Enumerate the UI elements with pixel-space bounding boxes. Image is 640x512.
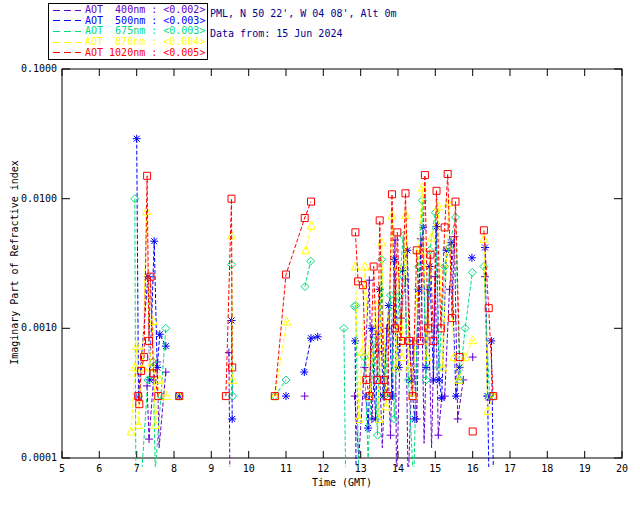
legend-item-1020nm: AOT 1020nm : <0.005> <box>49 48 207 58</box>
x-tick-label: 8 <box>171 463 177 474</box>
legend-dash-675nm <box>53 29 81 34</box>
asterisk-marker-500nm <box>162 342 170 350</box>
asterisk-marker-500nm <box>150 237 158 245</box>
asterisk-marker-500nm <box>452 392 460 400</box>
aot-refractive-index-chart: 5678910111213141516171819200.10000.01000… <box>0 0 640 512</box>
x-axis-title: Time (GMT) <box>242 477 442 488</box>
y-tick-label: 0.1000 <box>21 63 57 74</box>
legend-item-400nm: AOT 400nm : <0.002> <box>49 5 207 15</box>
asterisk-marker-500nm <box>385 302 393 310</box>
legend-dash-500nm <box>53 18 81 23</box>
series-line-675nm <box>344 328 346 487</box>
x-tick-label: 12 <box>317 463 329 474</box>
legend-item-500nm: AOT 500nm : <0.003> <box>49 16 207 26</box>
asterisk-marker-500nm <box>228 415 236 423</box>
legend-label-1020nm: AOT 1020nm : <0.005> <box>85 48 205 58</box>
asterisk-marker-500nm <box>133 135 141 143</box>
y-axis-title: Imaginary Part of Refractive index <box>9 153 20 373</box>
x-tick-label: 5 <box>59 463 65 474</box>
legend-label-400nm: AOT 400nm : <0.002> <box>85 5 205 15</box>
x-tick-label: 18 <box>541 463 553 474</box>
plus-marker-400nm <box>145 435 153 443</box>
legend-dash-1020nm <box>53 50 81 55</box>
asterisk-marker-500nm <box>300 368 308 376</box>
legend-dash-870nm <box>53 40 81 45</box>
plus-marker-400nm <box>469 353 477 361</box>
x-tick-label: 16 <box>467 463 479 474</box>
legend-dash-400nm <box>53 8 81 13</box>
asterisk-marker-500nm <box>438 394 446 402</box>
plus-marker-400nm <box>387 431 395 439</box>
asterisk-marker-500nm <box>314 333 322 341</box>
series-400nm <box>143 233 493 487</box>
plus-marker-400nm <box>454 415 462 423</box>
legend-item-675nm: AOT 675nm : <0.003> <box>49 26 207 36</box>
legend-label-870nm: AOT 870nm : <0.004> <box>85 37 205 47</box>
x-tick-label: 15 <box>429 463 441 474</box>
y-tick-label: 0.0100 <box>21 193 57 204</box>
square-marker-1020nm <box>469 428 476 435</box>
asterisk-marker-500nm <box>468 254 476 262</box>
triangle-marker-870nm <box>469 336 477 344</box>
y-tick-label: 0.0010 <box>21 322 57 333</box>
asterisk-marker-500nm <box>156 330 164 338</box>
x-tick-label: 10 <box>243 463 255 474</box>
y-tick-label: 0.0001 <box>21 452 57 463</box>
chart-svg: 5678910111213141516171819200.10000.01000… <box>0 0 640 512</box>
legend-item-870nm: AOT 870nm : <0.004> <box>49 37 207 47</box>
legend-label-500nm: AOT 500nm : <0.003> <box>85 16 205 26</box>
axes-frame <box>62 69 622 458</box>
series-line-1020nm <box>275 202 311 397</box>
asterisk-marker-500nm <box>435 376 443 384</box>
x-tick-label: 9 <box>208 463 214 474</box>
asterisk-marker-500nm <box>351 337 359 345</box>
x-tick-label: 14 <box>392 463 404 474</box>
plus-marker-400nm <box>301 392 309 400</box>
x-tick-label: 20 <box>616 463 628 474</box>
asterisk-marker-500nm <box>487 337 495 345</box>
legend: AOT 400nm : <0.002>AOT 500nm : <0.003>AO… <box>48 3 208 60</box>
asterisk-marker-500nm <box>282 392 290 400</box>
tick-labels: 5678910111213141516171819200.10000.01000… <box>21 63 628 474</box>
plus-marker-400nm <box>434 431 442 439</box>
triangle-marker-870nm <box>307 221 315 229</box>
x-tick-label: 17 <box>504 463 516 474</box>
data-date-text: Data from: 15 Jun 2024 <box>210 28 342 39</box>
x-tick-label: 6 <box>96 463 102 474</box>
asterisk-marker-500nm <box>307 334 315 342</box>
x-tick-label: 7 <box>134 463 140 474</box>
series-line-400nm <box>229 353 230 487</box>
x-tick-label: 11 <box>280 463 292 474</box>
legend-label-675nm: AOT 675nm : <0.003> <box>85 26 205 36</box>
station-location-text: PML, N 50 22', W 04 08', Alt 0m <box>210 8 397 19</box>
x-tick-label: 19 <box>579 463 591 474</box>
asterisk-marker-500nm <box>364 424 372 432</box>
